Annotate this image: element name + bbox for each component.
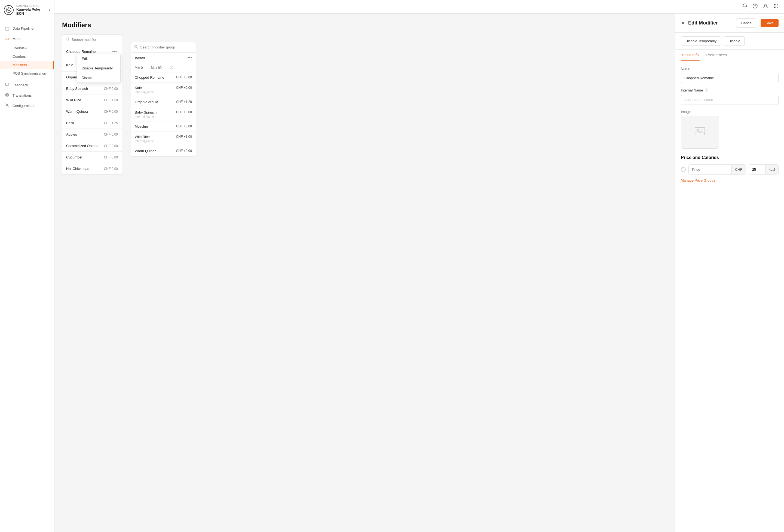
image-upload-box[interactable]	[681, 116, 719, 149]
disable-button[interactable]: Disable	[724, 36, 745, 46]
svg-point-10	[777, 4, 778, 5]
help-icon[interactable]	[752, 3, 758, 10]
modifier-name: Caramelized Onions	[66, 144, 98, 148]
svg-point-1	[7, 9, 10, 10]
edit-body: Name Internal Name ⓘ Image	[675, 61, 784, 188]
sidebar-item-combos[interactable]: Combos	[0, 52, 54, 61]
chevron-down-icon: ▾	[49, 8, 50, 12]
tab-basic-info[interactable]: Basic Info	[681, 50, 700, 61]
modifiers-list-panel: Chopped Romaine ••• Edit Disable Tempora…	[62, 34, 122, 175]
price-input[interactable]	[689, 165, 731, 174]
kcal-label: kcal	[765, 165, 778, 174]
sidebar-item-translations[interactable]: Translations	[0, 90, 54, 101]
price-calories-title: Price and Calories	[681, 155, 779, 160]
account-icon[interactable]	[763, 3, 768, 10]
price-input-wrap: CHF	[689, 164, 746, 174]
price-toggle[interactable]	[681, 167, 686, 172]
modifier-item-apples[interactable]: Apples CHF 0.00	[62, 129, 122, 140]
feedback-icon	[4, 82, 10, 88]
modifiers-panel: Modifiers Chop	[54, 13, 675, 532]
disable-temp-button[interactable]: Disable Temporarily	[681, 36, 721, 46]
group-item-price: CHF +1.00	[176, 135, 192, 139]
sidebar-item-data-pipeline[interactable]: ◫ Data Pipeline	[0, 23, 54, 33]
menu-subnav: Overview Combos Modifiers POS Synchroniz…	[0, 44, 54, 80]
sidebar-item-feedback[interactable]: Feedback	[0, 80, 54, 90]
sidebar-item-pos-sync[interactable]: POS Synchronization	[0, 69, 54, 78]
modifier-price: CHF 0.00	[104, 87, 118, 91]
context-menu-disable[interactable]: Disable	[77, 73, 120, 83]
context-menu-disable-temp[interactable]: Disable Temporarily	[77, 63, 120, 73]
sidebar-item-modifiers[interactable]: Modifiers	[0, 61, 54, 69]
configurations-icon	[4, 103, 10, 108]
tab-preferences[interactable]: Preferences	[705, 50, 728, 61]
cancel-button[interactable]: Cancel	[736, 19, 757, 28]
search-group-input[interactable]	[140, 45, 193, 49]
modifier-name: Warm Quinoa	[66, 109, 88, 114]
name-input[interactable]	[681, 73, 779, 83]
group-item-baby-spinach[interactable]: Baby Spinach Internal_name CHF +0.00	[131, 107, 196, 121]
modifier-item-cucumber[interactable]: Cucumber CHF 0.00	[62, 152, 122, 163]
svg-point-6	[755, 7, 755, 7]
modifier-item-chopped-romaine[interactable]: Chopped Romaine ••• Edit Disable Tempora…	[62, 45, 122, 58]
pos-sync-label: POS Synchronization	[12, 71, 46, 76]
modifier-price: CHF 2.00	[104, 144, 118, 148]
notifications-icon[interactable]	[742, 3, 748, 10]
group-item-warm-quinoa[interactable]: Warm Quinoa CHF +0.00	[131, 146, 196, 156]
brand-logo	[4, 5, 13, 15]
modifier-item-baby-spinach[interactable]: Baby Spinach CHF 0.00	[62, 83, 122, 94]
group-item-name: Baby Spinach	[135, 110, 157, 114]
modifier-name: Baby Spinach	[66, 87, 88, 91]
menu-icon	[4, 36, 10, 41]
kcal-input-wrap: kcal	[749, 164, 779, 174]
close-button[interactable]: ✕	[681, 20, 685, 26]
group-item-mesclun[interactable]: Mesclun CHF +0.00	[131, 121, 196, 132]
modifier-item-wild-rice[interactable]: Wild Rice CHF 4.50	[62, 94, 122, 106]
brand-title: Kauwela Poke BCN	[16, 7, 46, 16]
group-item-price: CHF +0.00	[176, 149, 192, 153]
svg-point-9	[776, 4, 776, 5]
modifier-name: Hot Chickpeas	[66, 167, 89, 171]
group-item-kale[interactable]: Kale Internal_name CHF +0.00	[131, 83, 196, 97]
kcal-input[interactable]	[749, 165, 765, 174]
modifier-item-basil[interactable]: Basil CHF 1.75	[62, 117, 122, 129]
internal-name-input[interactable]	[681, 95, 779, 105]
group-item-organic-argula[interactable]: Organic Argula CHF +1.20	[131, 97, 196, 107]
info-icon: ⓘ	[705, 88, 708, 92]
modifier-item-warm-quinoa[interactable]: Warm Quinoa CHF 0.00	[62, 106, 122, 117]
group-item-price: CHF +0.00	[176, 76, 192, 79]
image-label: Image	[681, 110, 779, 114]
overview-label: Overview	[12, 46, 27, 50]
sidebar-nav: ◫ Data Pipeline Menu Overview Combos Mod…	[0, 20, 54, 114]
context-menu: Edit Disable Temporarily Disable	[77, 54, 120, 83]
edit-tabs: Basic Info Preferences	[675, 50, 784, 61]
edit-title: Edit Modifier	[688, 20, 733, 26]
modifier-name: Apples	[66, 132, 77, 136]
group-item-sub: Internal_name	[135, 115, 157, 118]
modifier-item-caramelized-onions[interactable]: Caramelized Onions CHF 2.00	[62, 140, 122, 152]
sidebar-item-overview[interactable]: Overview	[0, 44, 54, 52]
group-item-price: CHF +0.00	[176, 86, 192, 90]
apps-icon[interactable]	[773, 3, 779, 10]
translations-icon	[4, 92, 10, 98]
modifier-price: CHF 1.75	[104, 121, 118, 125]
content-area: Modifiers Chop	[54, 13, 784, 532]
svg-point-14	[774, 7, 775, 8]
save-button[interactable]: Save	[761, 19, 779, 27]
group-item-name: Chopped Romaine	[135, 76, 164, 80]
search-modifier-input[interactable]	[72, 37, 118, 41]
group-item-name: Organic Argula	[135, 100, 158, 104]
modifier-price: CHF 0.00	[104, 167, 118, 171]
context-menu-edit[interactable]: Edit	[77, 54, 120, 63]
group-item-price: CHF +0.00	[176, 110, 192, 114]
modifier-item-hot-chickpeas[interactable]: Hot Chickpeas CHF 0.00	[62, 163, 122, 174]
group-item-wild-rice[interactable]: Wild Rice Internal_name CHF +1.00	[131, 132, 196, 146]
group-item-name: Mesclun	[135, 124, 148, 129]
groups-header: Bases •••	[131, 53, 196, 63]
manage-price-groups-link[interactable]: Manage Price Groups	[681, 178, 715, 183]
edit-modifier-panel: ✕ Edit Modifier Cancel Save Disable Temp…	[675, 13, 784, 532]
sidebar-brand[interactable]: KAUWELA POKE Kauwela Poke BCN ▾	[0, 0, 54, 20]
groups-more-button[interactable]: •••	[187, 55, 192, 60]
group-item-chopped-romaine[interactable]: Chopped Romaine CHF +0.00	[131, 73, 196, 83]
sidebar-item-menu[interactable]: Menu	[0, 33, 54, 44]
sidebar-item-configurations[interactable]: Configurations	[0, 101, 54, 111]
